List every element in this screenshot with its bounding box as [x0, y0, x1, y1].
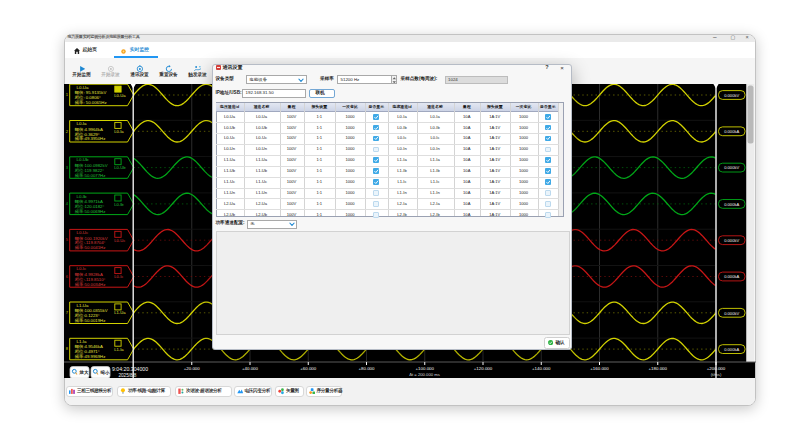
- svg-text:频率: 50.0065Hz: 频率: 50.0065Hz: [74, 100, 106, 105]
- svg-text:L0-Ua: L0-Ua: [114, 93, 126, 98]
- svg-text:L1-Ia: L1-Ia: [76, 339, 87, 344]
- svg-text:+80.000: +80.000: [358, 366, 375, 371]
- svg-text:频率:49.9969Hz: 频率:49.9969Hz: [74, 354, 105, 359]
- svg-text:Δt = 200.000 ms: Δt = 200.000 ms: [409, 372, 440, 377]
- svg-text:L1-Ia: L1-Ia: [114, 347, 124, 352]
- svg-text:放大: 放大: [78, 369, 89, 375]
- svg-text:+140.000: +140.000: [532, 366, 551, 371]
- svg-text:(t/ms): (t/ms): [710, 372, 721, 377]
- svg-text:L0-Uc: L0-Uc: [114, 238, 125, 243]
- svg-text:+100.000: +100.000: [415, 366, 434, 371]
- svg-text:+160.000: +160.000: [590, 366, 609, 371]
- svg-text:9:04:20.304000: 9:04:20.304000: [112, 366, 148, 372]
- svg-text:频率:50.0077Hz: 频率:50.0077Hz: [74, 173, 105, 178]
- svg-text:+40.000: +40.000: [242, 366, 259, 371]
- svg-text:0.000kV: 0.000kV: [724, 165, 739, 170]
- svg-text:频率:49.3950Hz: 频率:49.3950Hz: [74, 136, 105, 141]
- svg-text:2025/8/8: 2025/8/8: [118, 373, 136, 378]
- svg-text:L0-Ib: L0-Ib: [114, 202, 124, 207]
- svg-text:0.000kA: 0.000kA: [724, 202, 739, 207]
- svg-text:0.000kV: 0.000kV: [724, 238, 739, 243]
- svg-text:L0-Ua: L0-Ua: [76, 85, 89, 90]
- svg-text:+20.000: +20.000: [183, 366, 200, 371]
- svg-text:+120.000: +120.000: [473, 366, 492, 371]
- svg-text:L0-Uc: L0-Uc: [76, 230, 89, 235]
- svg-text:L0-Ic: L0-Ic: [76, 266, 87, 271]
- svg-text:L0-Ia: L0-Ia: [76, 121, 87, 126]
- svg-text:L0-Ib: L0-Ib: [76, 194, 87, 199]
- svg-text:频率:50.0041Hz: 频率:50.0041Hz: [74, 245, 105, 250]
- svg-text:L1-Ua: L1-Ua: [114, 310, 126, 315]
- svg-text:L1-Ua: L1-Ua: [76, 303, 89, 308]
- svg-text:频率:50.0069Hz: 频率:50.0069Hz: [74, 209, 105, 214]
- svg-text:0.000kA: 0.000kA: [724, 129, 739, 134]
- svg-text:+180.000: +180.000: [648, 366, 667, 371]
- svg-text:L0-Ub: L0-Ub: [114, 165, 126, 170]
- svg-text:0.000kA: 0.000kA: [724, 274, 739, 279]
- svg-text:0.000kA: 0.000kA: [724, 347, 739, 352]
- svg-text:0.000kV: 0.000kV: [724, 93, 739, 98]
- svg-text:频率:50.0019Hz: 频率:50.0019Hz: [74, 318, 105, 323]
- svg-text:频率:50.0034Hz: 频率:50.0034Hz: [74, 282, 105, 287]
- svg-text:L0-Ia: L0-Ia: [114, 129, 124, 134]
- svg-text:L0-Ic: L0-Ic: [114, 274, 123, 279]
- svg-text:+60.000: +60.000: [300, 366, 317, 371]
- svg-text:0.000kV: 0.000kV: [724, 311, 739, 316]
- svg-text:L0-Ub: L0-Ub: [76, 157, 89, 162]
